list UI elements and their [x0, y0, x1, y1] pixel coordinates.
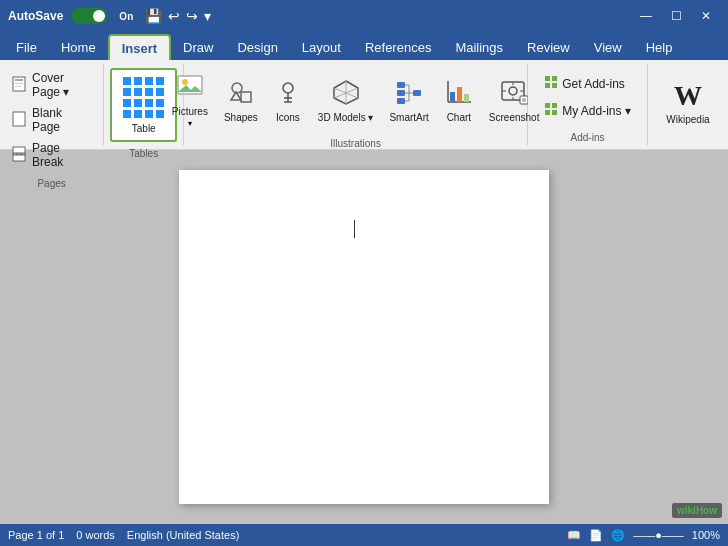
redo-icon[interactable]: ↪	[186, 8, 198, 24]
smartart-icon	[395, 78, 423, 110]
cover-page-button[interactable]: Cover Page ▾	[6, 68, 97, 102]
svg-rect-51	[552, 110, 557, 115]
addins-items: Get Add-ins My Add-ins ▾	[538, 64, 637, 130]
get-addins-button[interactable]: Get Add-ins	[538, 72, 637, 95]
close-button[interactable]: ✕	[692, 4, 720, 28]
wikipedia-button[interactable]: W Wikipedia	[658, 76, 717, 129]
save-icon[interactable]: 💾	[145, 8, 162, 24]
pictures-icon	[176, 72, 204, 104]
svg-point-13	[283, 83, 293, 93]
language: English (United States)	[127, 529, 240, 541]
tab-layout[interactable]: Layout	[290, 34, 353, 60]
title-bar: AutoSave On 💾 ↩ ↪ ▾ — ☐ ✕	[0, 0, 728, 32]
tab-draw[interactable]: Draw	[171, 34, 225, 60]
svg-point-9	[182, 79, 188, 85]
wikihow-watermark: wikiHow	[672, 503, 722, 518]
get-addins-icon	[544, 75, 558, 92]
svg-rect-3	[15, 86, 21, 87]
undo-icon[interactable]: ↩	[168, 8, 180, 24]
icons-label: Icons	[276, 112, 300, 123]
zoom-level: 100%	[692, 529, 720, 541]
autosave-label: AutoSave	[8, 9, 63, 23]
view-mode-print[interactable]: 📄	[589, 529, 603, 542]
addins-group-label: Add-ins	[571, 130, 605, 145]
chart-button[interactable]: Chart	[439, 74, 479, 127]
tab-help[interactable]: Help	[634, 34, 685, 60]
pictures-button[interactable]: Pictures ▾	[166, 68, 214, 132]
chart-icon	[445, 78, 473, 110]
blank-page-label: Blank Page	[32, 106, 91, 134]
svg-rect-11	[241, 92, 251, 102]
illustrations-items: Pictures ▾ Shapes	[166, 64, 546, 136]
svg-rect-22	[397, 90, 405, 96]
illustrations-group: Pictures ▾ Shapes	[184, 64, 528, 145]
svg-rect-4	[13, 112, 25, 126]
illustrations-group-label: Illustrations	[330, 136, 381, 151]
shapes-label: Shapes	[224, 112, 258, 123]
view-mode-web[interactable]: 🌐	[611, 529, 625, 542]
tab-view[interactable]: View	[582, 34, 634, 60]
autosave-toggle[interactable]	[71, 8, 107, 24]
autosave-state: On	[119, 11, 133, 22]
my-addins-label: My Add-ins ▾	[562, 104, 631, 118]
document-area	[0, 150, 728, 524]
minimize-button[interactable]: —	[632, 4, 660, 28]
text-cursor	[354, 220, 355, 238]
icons-button[interactable]: Icons	[268, 74, 308, 127]
table-label: Table	[132, 123, 156, 134]
3d-models-icon	[332, 78, 360, 110]
view-mode-read[interactable]: 📖	[567, 529, 581, 542]
maximize-button[interactable]: ☐	[662, 4, 690, 28]
svg-rect-44	[545, 76, 550, 81]
tab-review[interactable]: Review	[515, 34, 582, 60]
get-addins-label: Get Add-ins	[562, 77, 625, 91]
wikihow-suffix: How	[696, 505, 717, 516]
page-break-button[interactable]: Page Break	[6, 138, 97, 172]
smartart-label: SmartArt	[389, 112, 428, 123]
tables-group-label: Tables	[129, 146, 158, 161]
page-break-icon	[12, 146, 26, 165]
customize-icon[interactable]: ▾	[204, 8, 211, 24]
svg-rect-7	[13, 155, 25, 161]
3d-models-button[interactable]: 3D Models ▾	[312, 74, 380, 127]
wikipedia-icon: W	[674, 80, 702, 112]
zoom-slider[interactable]: ——●——	[633, 529, 684, 541]
svg-rect-1	[15, 79, 23, 81]
svg-rect-21	[397, 82, 405, 88]
shapes-icon	[227, 78, 255, 110]
page-break-label: Page Break	[32, 141, 91, 169]
tab-file[interactable]: File	[4, 34, 49, 60]
word-count: 0 words	[76, 529, 115, 541]
svg-rect-49	[552, 103, 557, 108]
svg-rect-48	[545, 103, 550, 108]
smartart-button[interactable]: SmartArt	[383, 74, 434, 127]
screenshot-icon	[500, 78, 528, 110]
tab-design[interactable]: Design	[225, 34, 289, 60]
addins-group: Get Add-ins My Add-ins ▾ Add-ins	[528, 64, 648, 145]
svg-rect-32	[450, 92, 455, 102]
svg-rect-47	[552, 83, 557, 88]
shapes-button[interactable]: Shapes	[218, 74, 264, 127]
autosave-knob	[93, 10, 105, 22]
chart-label: Chart	[447, 112, 471, 123]
svg-point-36	[509, 87, 517, 95]
blank-page-button[interactable]: Blank Page	[6, 103, 97, 137]
page-info: Page 1 of 1	[8, 529, 64, 541]
status-bar: Page 1 of 1 0 words English (United Stat…	[0, 524, 728, 546]
tab-references[interactable]: References	[353, 34, 443, 60]
wikihow-prefix: wiki	[677, 505, 696, 516]
svg-rect-46	[545, 83, 550, 88]
table-grid-icon	[122, 76, 165, 119]
pictures-arrow: ▾	[188, 119, 192, 128]
document-page[interactable]	[179, 170, 549, 504]
tab-insert[interactable]: Insert	[108, 34, 171, 60]
tab-mailings[interactable]: Mailings	[443, 34, 515, 60]
my-addins-button[interactable]: My Add-ins ▾	[538, 99, 637, 122]
pictures-label: Pictures	[172, 106, 208, 117]
wikipedia-label: Wikipedia	[666, 114, 709, 125]
tab-home[interactable]: Home	[49, 34, 108, 60]
window-controls: — ☐ ✕	[632, 4, 720, 28]
pages-group: Cover Page ▾ Blank Page	[0, 64, 104, 145]
quick-access-toolbar: 💾 ↩ ↪ ▾	[145, 8, 211, 24]
cover-page-label: Cover Page ▾	[32, 71, 91, 99]
